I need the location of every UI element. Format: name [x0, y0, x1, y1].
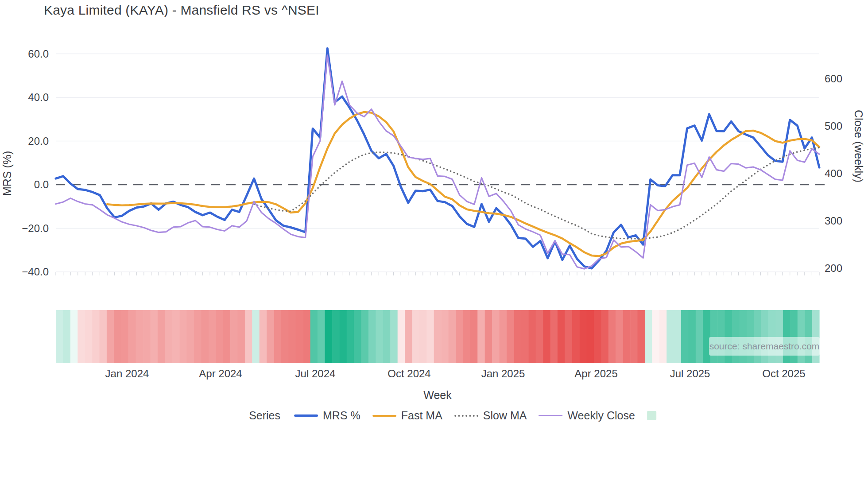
y-right-tick-label: 300: [825, 215, 842, 227]
y-left-tick-label: 60.0: [28, 48, 49, 60]
heatmap-cell: [485, 310, 492, 363]
heatmap-cell: [419, 310, 427, 363]
heatmap-cell: [136, 310, 143, 363]
heatmap-cell: [550, 310, 558, 363]
legend-item-heat-strip[interactable]: [647, 411, 656, 420]
heatmap-cell: [390, 310, 398, 363]
legend-item-weekly-close[interactable]: Weekly Close: [539, 409, 635, 422]
weekly-close-line: [56, 55, 819, 269]
heatmap-cell: [608, 310, 616, 363]
chart-figure: Kaya Limited (KAYA) - Mansfield RS vs ^N…: [0, 0, 868, 488]
y-axis-right-title: Close (weekly): [852, 110, 865, 182]
heatmap-cell: [70, 310, 78, 363]
heatmap-cell: [121, 310, 129, 363]
heatmap-cell: [521, 310, 529, 363]
heatmap-cell: [201, 310, 209, 363]
heatmap-cell: [623, 310, 631, 363]
heatmap-cell: [237, 310, 245, 363]
heatmap-cell: [536, 310, 543, 363]
x-tick-label: Jan 2025: [481, 368, 525, 380]
heatmap-cell: [492, 310, 500, 363]
heatmap-cell: [92, 310, 100, 363]
heatmap-cell: [594, 310, 601, 363]
heatmap-cell: [107, 310, 114, 363]
heatmap-cell: [696, 310, 703, 363]
heatmap-cell: [128, 310, 136, 363]
heatmap-cell: [426, 310, 434, 363]
heatmap-cell: [187, 310, 194, 363]
legend-title: Series: [249, 409, 280, 422]
heatmap-cell: [630, 310, 638, 363]
heatmap-cell: [659, 310, 667, 363]
legend-item-mrs[interactable]: MRS %: [294, 409, 360, 422]
heatmap-cell: [296, 310, 303, 363]
heatmap-cell: [565, 310, 572, 363]
heatmap-cell: [477, 310, 485, 363]
heatmap-cell: [405, 310, 412, 363]
heatmap-cell: [179, 310, 187, 363]
x-tick-label: Jul 2024: [295, 368, 336, 380]
heatmap-cell: [310, 310, 318, 363]
legend-item-fast-ma[interactable]: Fast MA: [372, 409, 442, 422]
x-tick-label: Apr 2025: [574, 368, 617, 380]
heatmap-cell: [260, 310, 267, 363]
legend: Series MRS %Fast MASlow MAWeekly Close: [249, 409, 656, 422]
heatmap-cell: [85, 310, 93, 363]
y-axis-left-title: MRS (%): [1, 151, 14, 196]
x-tick-label: Apr 2024: [199, 368, 242, 380]
heatmap-cell: [514, 310, 521, 363]
x-tick-label: Oct 2025: [762, 368, 805, 380]
heatmap-cell: [528, 310, 536, 363]
heatmap-cell: [449, 310, 456, 363]
heatmap-cell: [172, 310, 180, 363]
y-left-tick-label: −20.0: [22, 222, 49, 234]
y-right-tick-label: 500: [825, 120, 842, 132]
heatmap-cell: [601, 310, 608, 363]
heatmap-cell: [674, 310, 682, 363]
y-left-tick-label: 40.0: [28, 91, 49, 103]
heatmap-cell: [194, 310, 202, 363]
y-left-tick-label: 20.0: [28, 135, 49, 147]
slow-ma-line: [254, 147, 819, 239]
heatmap-cell: [274, 310, 282, 363]
heatmap-cell: [572, 310, 580, 363]
y-left-tick-label: −40.0: [22, 266, 49, 278]
y-right-tick-label: 600: [825, 73, 842, 85]
heatmap-cell: [361, 310, 369, 363]
legend-label: MRS %: [323, 409, 360, 422]
x-axis-title: Week: [0, 389, 868, 402]
heatmap-cell: [652, 310, 659, 363]
heatmap-cell: [456, 310, 463, 363]
heatmap-cell: [267, 310, 274, 363]
legend-label: Weekly Close: [567, 409, 635, 422]
heatmap-cell: [288, 310, 296, 363]
y-right-tick-label: 400: [825, 167, 842, 179]
heatmap-cell: [347, 310, 354, 363]
heatmap-cell: [398, 310, 405, 363]
heatmap-cell: [368, 310, 376, 363]
heatmap-cell: [500, 310, 507, 363]
x-tick-label: Jan 2024: [105, 368, 149, 380]
heatmap-cell: [209, 310, 216, 363]
heatmap-cell: [688, 310, 696, 363]
heatmap-cell: [114, 310, 121, 363]
heatmap-cell: [666, 310, 674, 363]
x-tick-label: Oct 2024: [388, 368, 430, 380]
legend-item-slow-ma[interactable]: Slow MA: [454, 409, 527, 422]
heatmap-cell: [383, 310, 391, 363]
heatmap-cell: [339, 310, 347, 363]
heatmap-cell: [638, 310, 645, 363]
legend-swatch-fast-ma: [372, 415, 396, 417]
heatmap-cell: [216, 310, 223, 363]
heatmap-cell: [325, 310, 333, 363]
heatmap-cell: [165, 310, 172, 363]
heatmap-cell: [332, 310, 340, 363]
heatmap-cell: [645, 310, 652, 363]
heatmap-cell: [143, 310, 151, 363]
heatmap-cell: [543, 310, 550, 363]
legend-label: Fast MA: [401, 409, 442, 422]
heatmap-cell: [616, 310, 623, 363]
heatmap-cell: [63, 310, 70, 363]
heatmap-cell: [587, 310, 594, 363]
y-right-tick-label: 200: [825, 262, 842, 274]
